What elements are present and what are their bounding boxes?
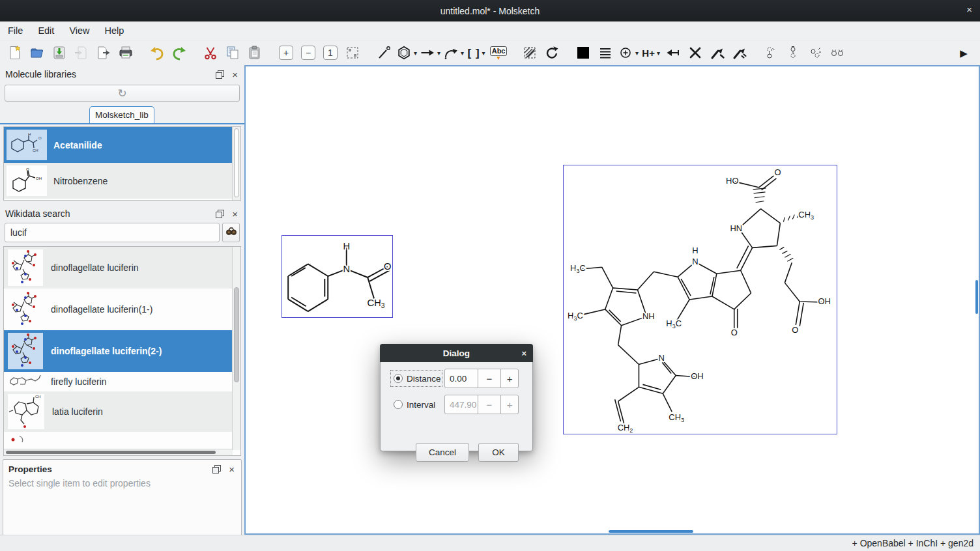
molecule-2-selection-box[interactable]: HOOCH3HNHNOHOH3CH3CNHH3CONOHCH3CH2 xyxy=(563,165,837,434)
drawing-canvas[interactable]: HNOCH3 xyxy=(244,65,980,535)
zoom-out-button[interactable]: − xyxy=(298,43,318,63)
close-panel-icon[interactable]: × xyxy=(229,464,235,475)
refresh-libraries-button[interactable]: ↻ xyxy=(5,85,240,102)
hydrogen-add-button[interactable]: H+▾ xyxy=(641,43,661,63)
fragment-glyph-2-icon[interactable] xyxy=(783,43,803,63)
reaction-arrow-icon[interactable]: ▾ xyxy=(420,43,440,63)
zoom-original-button[interactable]: 1 xyxy=(321,43,340,63)
fragment-glyph-4-icon[interactable] xyxy=(828,43,847,63)
interval-radio[interactable] xyxy=(394,400,403,409)
wedge-bond-tool-icon[interactable] xyxy=(708,43,727,63)
zoom-fit-icon[interactable] xyxy=(343,43,362,63)
ok-button[interactable]: OK xyxy=(478,443,519,462)
wikidata-scrollbar[interactable] xyxy=(232,247,240,450)
menu-edit[interactable]: Edit xyxy=(31,23,61,38)
charge-icon[interactable]: ▾ xyxy=(618,43,639,63)
wikidata-result-item[interactable]: CHlatia luciferin xyxy=(4,391,233,432)
molecule-1-selection-box[interactable]: HNOCH3 xyxy=(281,235,393,318)
wikidata-result-item[interactable]: firefly luciferin xyxy=(4,372,233,391)
toolbar-expand-button[interactable]: ▶ xyxy=(954,43,973,63)
wikidata-result-label: dinoflagellate luciferin xyxy=(51,262,139,273)
svg-text:CH3: CH3 xyxy=(368,298,385,309)
zoom-out-icon: − xyxy=(301,46,315,60)
wikidata-result-item[interactable]: dinoflagellate luciferin xyxy=(4,247,233,289)
redo-icon[interactable] xyxy=(169,43,189,63)
ring-tool-dropdown-icon[interactable]: ▾ xyxy=(414,49,417,57)
distance-increment-button[interactable]: + xyxy=(500,369,518,388)
menu-file[interactable]: File xyxy=(1,23,30,38)
distance-radio[interactable] xyxy=(394,374,403,383)
canvas-vscrollbar-handle[interactable] xyxy=(975,280,978,314)
svg-text:CH3: CH3 xyxy=(669,412,684,423)
color-picker-icon[interactable] xyxy=(573,43,593,63)
ring-tool-icon[interactable]: ▾ xyxy=(396,43,417,63)
wikidata-result-item[interactable]: dinoflagellate luciferin(2-) xyxy=(4,330,233,372)
line-width-icon[interactable] xyxy=(596,43,615,63)
molecule-libraries-header: Molecule libraries × xyxy=(0,66,244,82)
wikidata-result-label: latia luciferin xyxy=(52,406,103,417)
distance-value[interactable]: 0.00 xyxy=(445,374,478,384)
copy-icon[interactable] xyxy=(223,43,242,63)
library-scrollbar-handle[interactable] xyxy=(234,128,239,197)
tab-molsketch-lib[interactable]: Molsketch_lib xyxy=(89,106,154,123)
new-file-icon[interactable] xyxy=(5,43,25,63)
distance-spinbox: 0.00 − + xyxy=(444,369,519,388)
distance-decrement-button[interactable]: − xyxy=(478,369,501,388)
reaction-arrow-dropdown-icon[interactable]: ▾ xyxy=(437,49,440,57)
rotate-icon[interactable] xyxy=(542,43,562,63)
export-icon[interactable] xyxy=(94,43,113,63)
svg-text:O: O xyxy=(26,167,29,171)
library-item[interactable]: HOCHAcetanilide xyxy=(4,127,233,163)
wikidata-scrollbar-handle[interactable] xyxy=(234,287,239,382)
delete-icon[interactable] xyxy=(685,43,705,63)
canvas-hscrollbar-handle[interactable] xyxy=(609,530,693,533)
dialog-title-bar[interactable]: Dialog × xyxy=(380,344,533,362)
bracket-tool-icon: [ ] xyxy=(468,48,480,59)
float-panel-icon[interactable] xyxy=(212,465,221,473)
svg-text:HO: HO xyxy=(726,176,738,186)
cancel-button[interactable]: Cancel xyxy=(416,443,469,462)
toolbar: +−1▾▾▾[ ]▾Abc▾H+▾▶ xyxy=(0,40,980,65)
print-icon[interactable] xyxy=(116,43,136,63)
library-item[interactable]: OOHNitrobenzene xyxy=(4,163,233,199)
library-scrollbar[interactable] xyxy=(232,127,240,200)
left-dock: Molecule libraries × ↻ Molsketch_lib HOC… xyxy=(0,65,244,535)
fragment-glyph-1-icon[interactable] xyxy=(761,43,781,63)
float-panel-icon[interactable] xyxy=(216,70,224,79)
text-tool-button[interactable]: Abc xyxy=(489,43,508,63)
open-file-icon[interactable] xyxy=(27,43,47,63)
hydrogen-add-dropdown-icon[interactable]: ▾ xyxy=(657,49,660,57)
draw-bond-icon[interactable] xyxy=(374,43,394,63)
menu-view[interactable]: View xyxy=(62,23,96,38)
save-icon[interactable] xyxy=(50,43,69,63)
paste-icon[interactable] xyxy=(245,43,265,63)
zoom-in-button[interactable]: + xyxy=(276,43,296,63)
wikidata-result-item[interactable] xyxy=(4,432,233,447)
float-panel-icon[interactable] xyxy=(216,210,224,218)
hash-bond-tool-icon[interactable] xyxy=(730,43,749,63)
bracket-tool-button[interactable]: [ ]▾ xyxy=(467,43,486,63)
implicit-hydrogen-icon[interactable] xyxy=(663,43,683,63)
acetanilide-thumbnail: HOCH xyxy=(7,130,47,160)
search-input[interactable] xyxy=(5,223,220,242)
selection-hatch-icon[interactable] xyxy=(520,43,540,63)
menu-help[interactable]: Help xyxy=(98,23,132,38)
mechanism-arrow-dropdown-icon[interactable]: ▾ xyxy=(461,49,464,57)
wikidata-hscrollbar-handle[interactable] xyxy=(6,451,216,454)
wikidata-hscrollbar[interactable] xyxy=(4,449,233,455)
search-button[interactable] xyxy=(222,223,240,242)
dialog-close-icon[interactable]: × xyxy=(521,348,526,358)
charge-dropdown-icon[interactable]: ▾ xyxy=(635,49,639,57)
close-panel-icon[interactable]: × xyxy=(232,208,238,219)
undo-icon[interactable] xyxy=(147,43,167,63)
refresh-icon: ↻ xyxy=(117,87,126,100)
fragment-glyph-3-icon[interactable] xyxy=(805,43,825,63)
mechanism-arrow-icon[interactable]: ▾ xyxy=(443,43,464,63)
import-icon xyxy=(72,43,91,63)
close-panel-icon[interactable]: × xyxy=(232,69,238,80)
cut-icon[interactable] xyxy=(201,43,220,63)
wikidata-result-item[interactable]: dinoflagellate luciferin(1-) xyxy=(4,289,233,330)
window-close-icon[interactable]: × xyxy=(966,4,972,15)
bracket-tool-dropdown-icon[interactable]: ▾ xyxy=(482,49,485,57)
wikidata-search-row xyxy=(0,223,244,242)
